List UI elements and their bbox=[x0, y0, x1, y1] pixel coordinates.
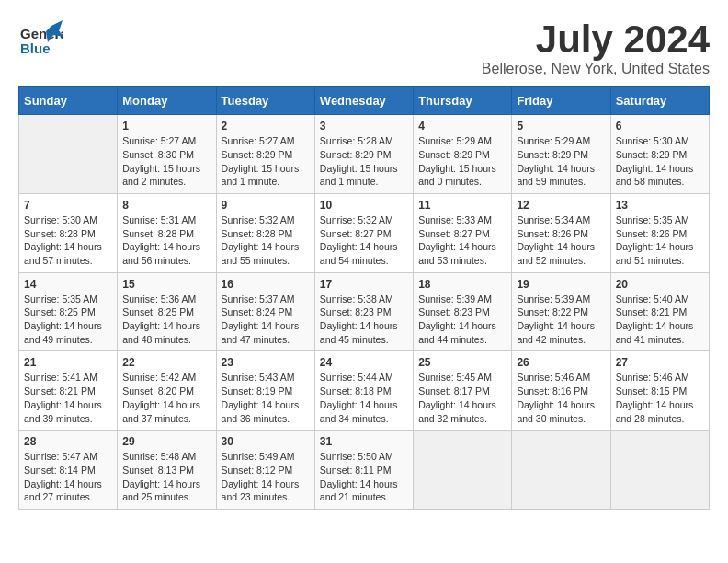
day-number: 19 bbox=[517, 278, 605, 291]
day-number: 14 bbox=[24, 278, 112, 291]
day-info: Sunrise: 5:41 AM Sunset: 8:21 PM Dayligh… bbox=[24, 371, 112, 425]
calendar-cell: 25Sunrise: 5:45 AM Sunset: 8:17 PM Dayli… bbox=[414, 351, 512, 431]
day-info: Sunrise: 5:27 AM Sunset: 8:29 PM Dayligh… bbox=[222, 134, 310, 189]
day-number: 17 bbox=[320, 278, 408, 291]
calendar-cell bbox=[610, 431, 709, 510]
day-number: 28 bbox=[24, 435, 112, 448]
day-number: 5 bbox=[517, 120, 605, 132]
calendar-cell: 11Sunrise: 5:33 AM Sunset: 8:27 PM Dayli… bbox=[414, 193, 512, 272]
day-info: Sunrise: 5:35 AM Sunset: 8:25 PM Dayligh… bbox=[24, 293, 112, 347]
day-info: Sunrise: 5:34 AM Sunset: 8:26 PM Dayligh… bbox=[517, 213, 605, 268]
day-number: 22 bbox=[122, 356, 210, 369]
day-number: 12 bbox=[517, 199, 605, 212]
calendar-cell bbox=[512, 431, 610, 510]
calendar-cell: 6Sunrise: 5:30 AM Sunset: 8:29 PM Daylig… bbox=[610, 115, 709, 194]
day-number: 15 bbox=[122, 278, 210, 291]
day-info: Sunrise: 5:42 AM Sunset: 8:20 PM Dayligh… bbox=[122, 371, 210, 425]
day-info: Sunrise: 5:37 AM Sunset: 8:24 PM Dayligh… bbox=[222, 293, 310, 347]
day-info: Sunrise: 5:38 AM Sunset: 8:23 PM Dayligh… bbox=[320, 293, 408, 347]
calendar-cell: 27Sunrise: 5:46 AM Sunset: 8:15 PM Dayli… bbox=[610, 351, 709, 431]
calendar-cell: 8Sunrise: 5:31 AM Sunset: 8:28 PM Daylig… bbox=[118, 193, 216, 272]
header-row: SundayMondayTuesdayWednesdayThursdayFrid… bbox=[19, 87, 710, 115]
day-number: 4 bbox=[418, 120, 506, 132]
day-number: 8 bbox=[122, 199, 210, 212]
day-number: 9 bbox=[222, 199, 310, 212]
header-day-saturday: Saturday bbox=[610, 87, 709, 115]
day-number: 31 bbox=[320, 435, 408, 448]
day-info: Sunrise: 5:32 AM Sunset: 8:27 PM Dayligh… bbox=[320, 213, 408, 268]
calendar-cell: 5Sunrise: 5:29 AM Sunset: 8:29 PM Daylig… bbox=[512, 115, 610, 194]
week-row-1: 1Sunrise: 5:27 AM Sunset: 8:30 PM Daylig… bbox=[19, 115, 710, 194]
day-number: 11 bbox=[418, 199, 506, 212]
day-info: Sunrise: 5:32 AM Sunset: 8:28 PM Dayligh… bbox=[222, 213, 310, 268]
day-number: 10 bbox=[320, 199, 408, 212]
day-info: Sunrise: 5:31 AM Sunset: 8:28 PM Dayligh… bbox=[122, 213, 210, 268]
calendar-cell: 20Sunrise: 5:40 AM Sunset: 8:21 PM Dayli… bbox=[610, 272, 709, 351]
header-day-thursday: Thursday bbox=[414, 87, 512, 115]
calendar-cell: 28Sunrise: 5:47 AM Sunset: 8:14 PM Dayli… bbox=[19, 431, 118, 510]
logo-icon: General Blue bbox=[18, 18, 63, 66]
calendar-cell bbox=[19, 115, 118, 194]
calendar-cell: 22Sunrise: 5:42 AM Sunset: 8:20 PM Dayli… bbox=[118, 351, 216, 431]
day-info: Sunrise: 5:33 AM Sunset: 8:27 PM Dayligh… bbox=[418, 213, 506, 268]
logo: General Blue bbox=[18, 18, 63, 66]
day-info: Sunrise: 5:39 AM Sunset: 8:23 PM Dayligh… bbox=[418, 293, 506, 347]
calendar-cell: 2Sunrise: 5:27 AM Sunset: 8:29 PM Daylig… bbox=[216, 115, 314, 194]
day-info: Sunrise: 5:29 AM Sunset: 8:29 PM Dayligh… bbox=[517, 134, 605, 189]
month-title: July 2024 bbox=[482, 18, 710, 61]
calendar-cell: 23Sunrise: 5:43 AM Sunset: 8:19 PM Dayli… bbox=[216, 351, 314, 431]
day-info: Sunrise: 5:40 AM Sunset: 8:21 PM Dayligh… bbox=[616, 293, 704, 347]
day-info: Sunrise: 5:30 AM Sunset: 8:28 PM Dayligh… bbox=[24, 213, 112, 268]
calendar-cell: 16Sunrise: 5:37 AM Sunset: 8:24 PM Dayli… bbox=[216, 272, 314, 351]
day-number: 3 bbox=[320, 120, 408, 132]
day-number: 2 bbox=[222, 120, 310, 132]
day-number: 16 bbox=[222, 278, 310, 291]
day-info: Sunrise: 5:27 AM Sunset: 8:30 PM Dayligh… bbox=[122, 134, 210, 189]
day-info: Sunrise: 5:45 AM Sunset: 8:17 PM Dayligh… bbox=[418, 371, 506, 425]
day-number: 24 bbox=[320, 356, 408, 369]
day-info: Sunrise: 5:30 AM Sunset: 8:29 PM Dayligh… bbox=[616, 134, 704, 189]
day-info: Sunrise: 5:29 AM Sunset: 8:29 PM Dayligh… bbox=[418, 134, 506, 189]
svg-text:Blue: Blue bbox=[20, 40, 51, 56]
day-number: 23 bbox=[222, 356, 310, 369]
calendar-cell: 10Sunrise: 5:32 AM Sunset: 8:27 PM Dayli… bbox=[314, 193, 413, 272]
day-number: 13 bbox=[616, 199, 704, 212]
header-day-tuesday: Tuesday bbox=[216, 87, 314, 115]
day-number: 26 bbox=[517, 356, 605, 369]
day-number: 6 bbox=[616, 120, 704, 132]
calendar-cell: 26Sunrise: 5:46 AM Sunset: 8:16 PM Dayli… bbox=[512, 351, 610, 431]
day-number: 20 bbox=[616, 278, 704, 291]
day-info: Sunrise: 5:43 AM Sunset: 8:19 PM Dayligh… bbox=[222, 371, 310, 425]
day-info: Sunrise: 5:36 AM Sunset: 8:25 PM Dayligh… bbox=[122, 293, 210, 347]
day-number: 21 bbox=[24, 356, 112, 369]
header-day-friday: Friday bbox=[512, 87, 610, 115]
title-section: July 2024 Bellerose, New York, United St… bbox=[482, 18, 710, 77]
calendar-cell: 15Sunrise: 5:36 AM Sunset: 8:25 PM Dayli… bbox=[118, 272, 216, 351]
day-info: Sunrise: 5:48 AM Sunset: 8:13 PM Dayligh… bbox=[122, 450, 210, 504]
calendar-cell: 14Sunrise: 5:35 AM Sunset: 8:25 PM Dayli… bbox=[19, 272, 118, 351]
location-title: Bellerose, New York, United States bbox=[482, 61, 710, 77]
calendar-cell: 30Sunrise: 5:49 AM Sunset: 8:12 PM Dayli… bbox=[216, 431, 314, 510]
day-number: 1 bbox=[122, 120, 210, 132]
calendar-cell: 17Sunrise: 5:38 AM Sunset: 8:23 PM Dayli… bbox=[314, 272, 413, 351]
page-header: General Blue July 2024 Bellerose, New Yo… bbox=[18, 18, 710, 77]
day-number: 27 bbox=[616, 356, 704, 369]
calendar-cell: 13Sunrise: 5:35 AM Sunset: 8:26 PM Dayli… bbox=[610, 193, 709, 272]
day-info: Sunrise: 5:44 AM Sunset: 8:18 PM Dayligh… bbox=[320, 371, 408, 425]
calendar-cell: 7Sunrise: 5:30 AM Sunset: 8:28 PM Daylig… bbox=[19, 193, 118, 272]
calendar-cell: 4Sunrise: 5:29 AM Sunset: 8:29 PM Daylig… bbox=[414, 115, 512, 194]
header-day-wednesday: Wednesday bbox=[314, 87, 413, 115]
calendar-cell bbox=[414, 431, 512, 510]
calendar-cell: 21Sunrise: 5:41 AM Sunset: 8:21 PM Dayli… bbox=[19, 351, 118, 431]
day-number: 29 bbox=[122, 435, 210, 448]
week-row-5: 28Sunrise: 5:47 AM Sunset: 8:14 PM Dayli… bbox=[19, 431, 710, 510]
week-row-3: 14Sunrise: 5:35 AM Sunset: 8:25 PM Dayli… bbox=[19, 272, 710, 351]
day-info: Sunrise: 5:46 AM Sunset: 8:15 PM Dayligh… bbox=[616, 371, 704, 425]
calendar-cell: 29Sunrise: 5:48 AM Sunset: 8:13 PM Dayli… bbox=[118, 431, 216, 510]
calendar-cell: 12Sunrise: 5:34 AM Sunset: 8:26 PM Dayli… bbox=[512, 193, 610, 272]
day-info: Sunrise: 5:47 AM Sunset: 8:14 PM Dayligh… bbox=[24, 450, 112, 504]
week-row-4: 21Sunrise: 5:41 AM Sunset: 8:21 PM Dayli… bbox=[19, 351, 710, 431]
calendar-cell: 18Sunrise: 5:39 AM Sunset: 8:23 PM Dayli… bbox=[414, 272, 512, 351]
calendar-cell: 19Sunrise: 5:39 AM Sunset: 8:22 PM Dayli… bbox=[512, 272, 610, 351]
calendar-cell: 9Sunrise: 5:32 AM Sunset: 8:28 PM Daylig… bbox=[216, 193, 314, 272]
